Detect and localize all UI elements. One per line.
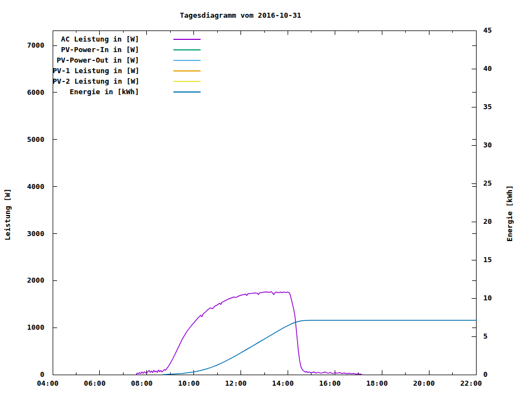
- y2-tick-label: 15: [483, 255, 492, 264]
- x-tick-label: 06:00: [84, 379, 105, 387]
- legend-entry: PV-Power-In in [W]: [53, 44, 201, 55]
- legend-line-swatch: [173, 39, 201, 40]
- x-tick-label: 14:00: [272, 379, 294, 387]
- legend-line-swatch: [173, 49, 201, 50]
- x-tick-label: 10:00: [178, 379, 200, 387]
- y2-tick-label: 40: [483, 64, 492, 73]
- legend-line-swatch: [173, 91, 201, 93]
- y2-tick-label: 35: [483, 103, 492, 111]
- legend-entry: AC Leistung in [W]: [53, 34, 201, 44]
- tagesdiagramm-chart: Tagesdiagramm vom 2016-10-31 Leistung [W…: [0, 0, 532, 399]
- legend-entry-label: Energie in [kWh]: [53, 88, 139, 96]
- x-tick-label: 08:00: [131, 379, 152, 387]
- x-tick-label: 18:00: [366, 379, 388, 387]
- legend-line-swatch: [173, 60, 201, 61]
- legend: AC Leistung in [W]PV-Power-In in [W]PV-P…: [53, 34, 201, 97]
- legend-entry-label: PV-2 Leistung in [W]: [53, 77, 139, 85]
- y2-tick-label: 20: [483, 217, 492, 226]
- legend-line-swatch: [173, 81, 201, 82]
- x-tick-label: 04:00: [37, 379, 58, 387]
- y-tick-label: 3000: [27, 229, 44, 238]
- series-line-energie-in-kwh: [163, 320, 477, 375]
- legend-entry-label: PV-Power-Out in [W]: [53, 56, 139, 64]
- y-tick-label: 4000: [27, 182, 44, 191]
- legend-entry: PV-Power-Out in [W]: [53, 55, 201, 65]
- legend-entry-label: PV-Power-In in [W]: [53, 45, 139, 54]
- x-tick-label: 16:00: [319, 379, 341, 387]
- legend-entry: PV-2 Leistung in [W]: [53, 76, 201, 86]
- x-tick-label: 22:00: [460, 379, 482, 387]
- y-tick-label: 2000: [27, 276, 44, 284]
- y2-tick-label: 25: [483, 179, 492, 187]
- y2-tick-label: 5: [483, 332, 488, 340]
- y2-tick-label: 30: [483, 141, 492, 149]
- y2-tick-label: 0: [483, 370, 488, 378]
- legend-entry-label: AC Leistung in [W]: [53, 35, 139, 43]
- legend-line-swatch: [173, 70, 201, 71]
- x-tick-label: 20:00: [413, 379, 435, 387]
- y2-tick-label: 10: [483, 294, 492, 302]
- y2-tick-label: 45: [483, 26, 492, 34]
- series-line-ac-leistung-in-w: [136, 291, 362, 375]
- y-tick-label: 1000: [27, 323, 44, 331]
- y-tick-label: 7000: [27, 41, 44, 49]
- legend-entry-label: PV-1 Leistung in [W]: [53, 66, 139, 75]
- x-tick-label: 12:00: [225, 379, 247, 387]
- y-tick-label: 5000: [27, 135, 44, 144]
- y-tick-label: 6000: [27, 88, 44, 96]
- legend-entry: Energie in [kWh]: [53, 86, 201, 97]
- y-tick-label: 0: [40, 370, 44, 378]
- legend-entry: PV-1 Leistung in [W]: [53, 65, 201, 76]
